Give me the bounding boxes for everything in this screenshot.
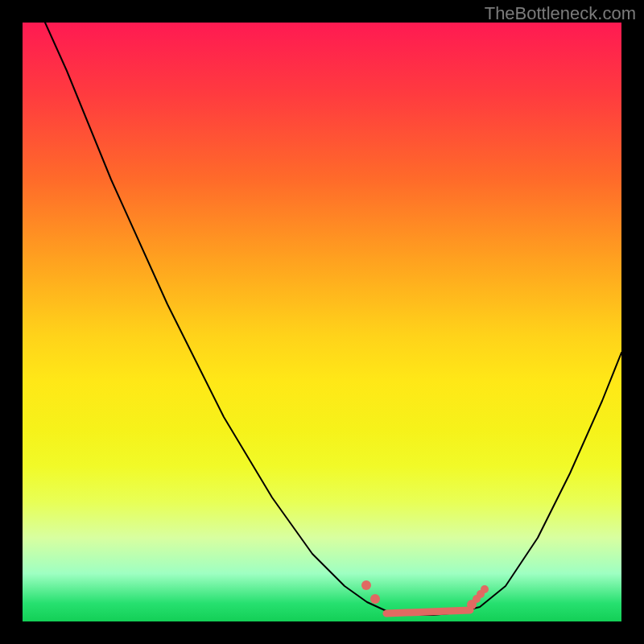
optimal-zone-line: [386, 610, 470, 613]
highlight-dot: [361, 580, 371, 590]
highlight-dot: [370, 594, 380, 604]
watermark-text: TheBottleneck.com: [485, 3, 636, 24]
bottleneck-curve: [45, 23, 621, 615]
chart-frame: TheBottleneck.com: [0, 0, 644, 644]
optimal-zone-dots: [361, 580, 489, 609]
highlight-dot: [481, 585, 489, 593]
chart-svg: [23, 23, 621, 621]
plot-area: [23, 23, 621, 621]
